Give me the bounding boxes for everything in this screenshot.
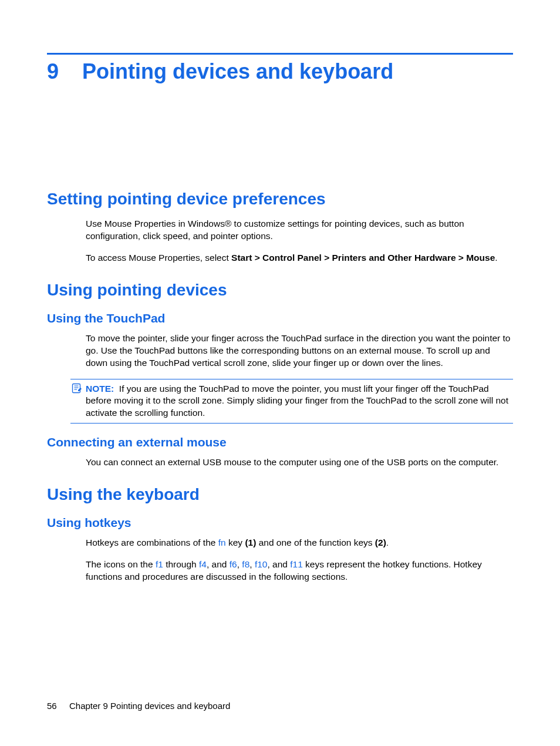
paragraph: To move the pointer, slide your finger a… [86, 332, 513, 369]
text: , [249, 559, 255, 569]
text: key [226, 537, 245, 547]
subsection-heading-touchpad: Using the TouchPad [47, 311, 513, 325]
text: To access Mouse Properties, select [86, 253, 231, 263]
text: , and [207, 559, 230, 569]
text: and one of the function keys [256, 537, 375, 547]
subsection-heading-hotkeys: Using hotkeys [47, 516, 513, 530]
section-heading-keyboard: Using the keyboard [47, 485, 513, 504]
section-heading-preferences: Setting pointing device preferences [47, 190, 513, 209]
text: , and [267, 559, 290, 569]
paragraph: Hotkeys are combinations of the fn key (… [86, 537, 513, 549]
text: Hotkeys are combinations of the [86, 537, 218, 547]
page-footer: 56Chapter 9 Pointing devices and keyboar… [47, 701, 230, 711]
key-fn: fn [218, 537, 226, 547]
text: The icons on the [86, 559, 156, 569]
callout: (1) [245, 537, 256, 547]
key-f6: f6 [230, 559, 237, 569]
paragraph: To access Mouse Properties, select Start… [86, 252, 513, 264]
chapter-rule [47, 53, 513, 55]
note-text: If you are using the TouchPad to move th… [86, 384, 508, 418]
menu-path: Start > Control Panel > Printers and Oth… [231, 253, 495, 263]
note-icon [70, 383, 83, 397]
page-number: 56 [47, 701, 69, 711]
text: through [163, 559, 199, 569]
text: . [386, 537, 389, 547]
subsection-heading-external-mouse: Connecting an external mouse [47, 435, 513, 449]
key-f1: f1 [156, 559, 163, 569]
svg-rect-0 [73, 384, 80, 392]
chapter-heading: 9Pointing devices and keyboard [47, 59, 513, 84]
key-f10: f10 [255, 559, 268, 569]
callout: (2) [375, 537, 386, 547]
note-block: NOTE: If you are using the TouchPad to m… [70, 379, 513, 424]
note-content: NOTE: If you are using the TouchPad to m… [86, 383, 513, 420]
paragraph: You can connect an external USB mouse to… [86, 456, 513, 469]
footer-chapter: Chapter 9 Pointing devices and keyboard [69, 701, 230, 711]
note-label: NOTE: [86, 384, 114, 394]
chapter-title: Pointing devices and keyboard [82, 59, 393, 83]
text: . [495, 253, 497, 263]
key-f11: f11 [290, 559, 303, 569]
section-heading-pointing: Using pointing devices [47, 281, 513, 300]
paragraph: The icons on the f1 through f4, and f6, … [86, 559, 513, 583]
paragraph: Use Mouse Properties in Windows® to cust… [86, 218, 513, 243]
key-f8: f8 [242, 559, 249, 569]
chapter-number: 9 [47, 59, 82, 84]
key-f4: f4 [199, 559, 207, 569]
